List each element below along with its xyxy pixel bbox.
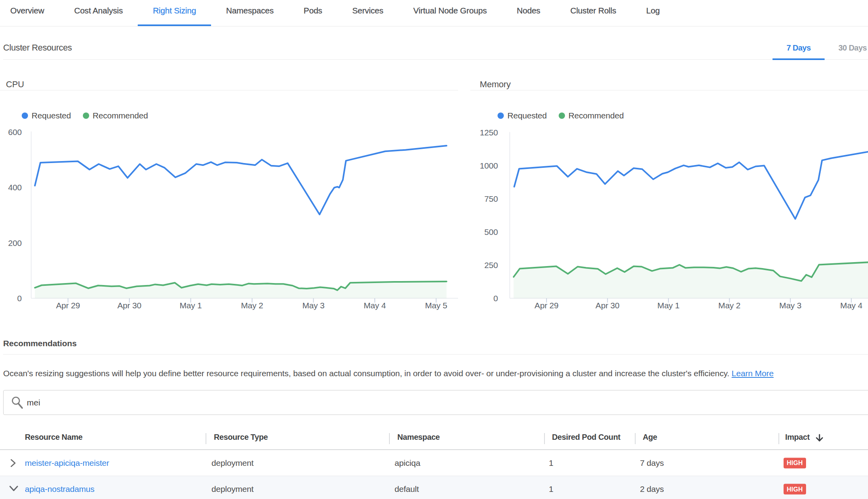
- resource-type-cell: deployment: [211, 476, 254, 499]
- column-separator: [544, 433, 545, 444]
- cluster-resources-section-header: Cluster Resources 7 Days30 Days: [3, 26, 868, 60]
- range-tab-label: 30 Days: [838, 43, 867, 53]
- resource-name-link[interactable]: meister-apiciqa-meister: [25, 450, 109, 476]
- requested-line: [35, 146, 446, 214]
- tab-label: Pods: [304, 6, 322, 15]
- tab-overview[interactable]: Overview: [0, 0, 59, 26]
- tab-label: Log: [646, 6, 660, 15]
- column-header-namespace[interactable]: Namespace: [397, 425, 440, 449]
- x-tick-label: May 1: [180, 301, 202, 310]
- tab-cluster-rolls[interactable]: Cluster Rolls: [555, 0, 631, 26]
- legend-dot: [22, 113, 28, 119]
- search-icon: [11, 396, 28, 410]
- x-tick-label: May 3: [302, 301, 324, 310]
- legend-label: Requested: [32, 111, 71, 120]
- column-header-impact[interactable]: Impact: [785, 425, 824, 449]
- column-separator: [635, 433, 636, 444]
- table-row: apiqa-nostradamusdeploymentdefault12 day…: [0, 476, 868, 499]
- column-header-label: Resource Name: [25, 433, 82, 442]
- chevron-right-icon[interactable]: [9, 450, 17, 476]
- x-tick-label: Apr 30: [118, 301, 142, 310]
- tab-pods[interactable]: Pods: [289, 0, 337, 26]
- y-tick-label: 500: [485, 227, 498, 236]
- column-header-label: Namespace: [397, 433, 440, 442]
- impact-badge-high: HIGH: [784, 484, 806, 495]
- y-tick-label: 1000: [480, 161, 498, 170]
- tab-log[interactable]: Log: [631, 0, 675, 26]
- x-tick-label: Apr 29: [535, 301, 559, 310]
- time-range-tabs: 7 Days30 Days: [773, 26, 868, 60]
- learn-more-link[interactable]: Learn More: [731, 369, 773, 378]
- column-header-age[interactable]: Age: [643, 425, 657, 449]
- legend-dot: [498, 113, 504, 119]
- table-header: Resource NameResource TypeNamespaceDesir…: [0, 425, 868, 450]
- memory-chart: 025050075010001250Apr 29Apr 30May 1May 2…: [470, 128, 868, 317]
- tab-label: Namespaces: [226, 6, 274, 15]
- tab-label: Nodes: [517, 6, 541, 15]
- range-tab-7-days[interactable]: 7 Days: [773, 26, 825, 60]
- tab-cost-analysis[interactable]: Cost Analysis: [59, 0, 138, 26]
- legend-label: Recommended: [93, 111, 148, 120]
- search-input[interactable]: [27, 390, 816, 415]
- active-range-underline: [773, 58, 825, 60]
- desired-pod-count-cell: 1: [549, 450, 553, 476]
- y-tick-label: 250: [485, 261, 498, 270]
- x-tick-label: May 2: [241, 301, 263, 310]
- tab-label: Virtual Node Groups: [413, 6, 487, 15]
- desired-pod-count-cell: 1: [549, 476, 553, 499]
- legend-label: Requested: [507, 111, 547, 120]
- cpu-chart-title: CPU: [6, 79, 24, 90]
- legend-item-recommended: Recommended: [559, 111, 624, 120]
- search-box[interactable]: [3, 390, 868, 415]
- recommendations-description: Ocean's resizing suggestions will help y…: [3, 369, 832, 378]
- main-tabs: OverviewCost AnalysisRight SizingNamespa…: [0, 0, 868, 26]
- column-header-label: Age: [643, 433, 657, 442]
- y-tick-label: 1250: [480, 128, 498, 137]
- tab-label: Cost Analysis: [74, 6, 123, 15]
- resource-name-link[interactable]: apiqa-nostradamus: [25, 476, 94, 499]
- tab-right-sizing[interactable]: Right Sizing: [138, 0, 211, 26]
- chevron-down-icon[interactable]: [9, 476, 18, 499]
- tab-virtual-node-groups[interactable]: Virtual Node Groups: [398, 0, 502, 26]
- tab-label: Services: [352, 6, 383, 15]
- range-tab-30-days[interactable]: 30 Days: [825, 26, 868, 60]
- table-row: meister-apiciqa-meisterdeploymentapiciqa…: [0, 450, 868, 476]
- column-header-resource-name[interactable]: Resource Name: [25, 425, 82, 449]
- legend-item-requested: Requested: [22, 111, 71, 120]
- column-header-desired-pod-count[interactable]: Desired Pod Count: [552, 425, 620, 449]
- column-header-label: Impact: [785, 433, 810, 442]
- y-tick-label: 400: [8, 183, 22, 192]
- legend-dot: [559, 113, 565, 119]
- column-separator: [778, 433, 779, 444]
- legend-item-recommended: Recommended: [83, 111, 148, 120]
- legend-label: Recommended: [569, 111, 624, 120]
- x-tick-label: May 1: [657, 301, 679, 310]
- memory-chart-title: Memory: [480, 79, 511, 90]
- right-sizing-page: OverviewCost AnalysisRight SizingNamespa…: [0, 0, 868, 499]
- recommendations-title: Recommendations: [3, 339, 77, 348]
- cpu-panel-divider: [0, 90, 458, 90]
- x-tick-label: May 2: [718, 301, 741, 310]
- y-tick-label: 750: [485, 194, 498, 203]
- tab-services[interactable]: Services: [337, 0, 398, 26]
- namespace-cell: apiciqa: [395, 450, 420, 476]
- recommendations-divider: [3, 354, 868, 355]
- tab-label: Cluster Rolls: [570, 6, 616, 15]
- sort-descending-icon: [815, 433, 824, 444]
- range-tab-label: 7 Days: [786, 43, 811, 53]
- cpu-chart: 0200400600Apr 29Apr 30May 1May 2May 3May…: [0, 128, 458, 317]
- tab-namespaces[interactable]: Namespaces: [211, 0, 289, 26]
- legend-dot: [83, 113, 89, 119]
- column-header-label: Resource Type: [214, 433, 268, 442]
- y-tick-label: 600: [8, 128, 22, 137]
- y-tick-label: 0: [494, 294, 498, 303]
- memory-panel-divider: [470, 90, 868, 90]
- tab-label: Right Sizing: [153, 6, 196, 15]
- tab-label: Overview: [10, 6, 44, 15]
- column-header-resource-type[interactable]: Resource Type: [214, 425, 268, 449]
- tab-nodes[interactable]: Nodes: [502, 0, 556, 26]
- recommended-area: [35, 281, 446, 298]
- age-cell: 7 days: [640, 450, 664, 476]
- section-title: Cluster Resources: [3, 36, 72, 60]
- column-separator: [206, 433, 206, 444]
